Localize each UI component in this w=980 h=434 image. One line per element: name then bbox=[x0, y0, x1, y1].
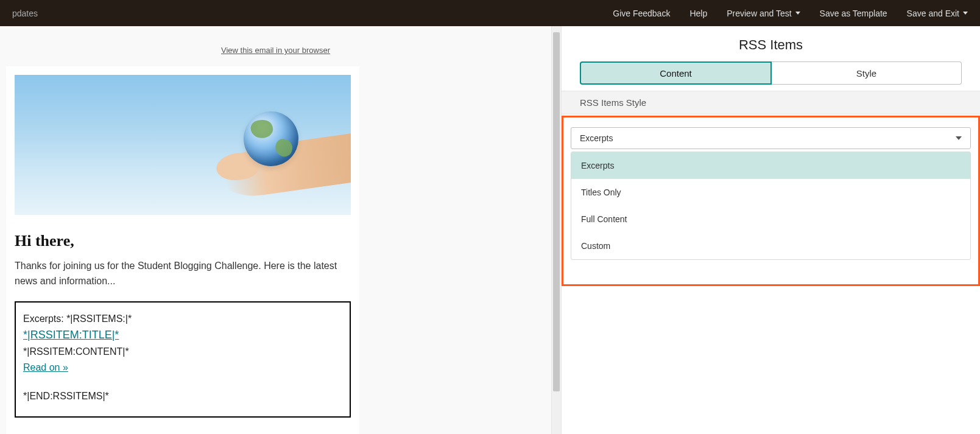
chevron-down-icon bbox=[795, 12, 800, 15]
topbar-right: Give Feedback Help Preview and Test Save… bbox=[613, 9, 968, 18]
scrollbar-thumb[interactable] bbox=[553, 32, 560, 391]
topbar: pdates Give Feedback Help Preview and Te… bbox=[0, 0, 980, 26]
rss-style-select[interactable]: Excerpts bbox=[571, 127, 971, 149]
chevron-down-icon bbox=[956, 136, 962, 140]
panel-title: RSS Items bbox=[562, 26, 980, 61]
help-link[interactable]: Help bbox=[689, 9, 707, 18]
help-label: Help bbox=[689, 9, 707, 18]
hero-image[interactable] bbox=[15, 75, 351, 215]
save-template-button[interactable]: Save as Template bbox=[820, 9, 887, 18]
highlight-annotation: Excerpts Excerpts Titles Only Full Conte… bbox=[562, 116, 980, 286]
preview-test-menu[interactable]: Preview and Test bbox=[727, 9, 800, 18]
section-rss-items-style: RSS Items Style bbox=[562, 91, 980, 114]
panel-tabs: Content Style bbox=[562, 61, 980, 85]
save-template-label: Save as Template bbox=[820, 9, 887, 18]
option-full-content[interactable]: Full Content bbox=[571, 206, 970, 233]
give-feedback-label: Give Feedback bbox=[613, 9, 670, 18]
preview-test-label: Preview and Test bbox=[727, 9, 791, 18]
email-intro-text: Thanks for joining us for the Student Bl… bbox=[15, 259, 351, 289]
rss-excerpts-line: Excerpts: *|RSSITEMS:|* bbox=[23, 311, 342, 327]
main: View this email in your browser Hi there… bbox=[0, 26, 980, 434]
rss-item-content-merge: *|RSSITEM:CONTENT|* bbox=[23, 344, 342, 360]
save-exit-menu[interactable]: Save and Exit bbox=[907, 9, 968, 18]
rss-item-title-merge[interactable]: *|RSSITEM:TITLE|* bbox=[23, 329, 119, 341]
view-in-browser-link[interactable]: View this email in your browser bbox=[221, 46, 330, 55]
rss-read-on-link[interactable]: Read on » bbox=[23, 362, 68, 373]
rss-style-dropdown: Excerpts Titles Only Full Content Custom bbox=[571, 152, 971, 260]
email-canvas: View this email in your browser Hi there… bbox=[0, 26, 561, 434]
tab-style[interactable]: Style bbox=[772, 61, 962, 85]
rss-style-select-value: Excerpts bbox=[580, 133, 613, 143]
give-feedback-link[interactable]: Give Feedback bbox=[613, 9, 670, 18]
email-body: Hi there, Thanks for joining us for the … bbox=[6, 66, 359, 434]
option-custom[interactable]: Custom bbox=[571, 233, 970, 259]
email-canvas-inner: View this email in your browser Hi there… bbox=[0, 26, 551, 434]
vertical-scrollbar[interactable] bbox=[551, 26, 561, 434]
email-heading: Hi there, bbox=[15, 232, 351, 250]
view-in-browser-row: View this email in your browser bbox=[0, 26, 551, 66]
option-excerpts[interactable]: Excerpts bbox=[571, 152, 970, 179]
settings-panel: RSS Items Content Style RSS Items Style … bbox=[561, 26, 980, 434]
tab-content[interactable]: Content bbox=[580, 61, 772, 85]
chevron-down-icon bbox=[963, 12, 968, 15]
topbar-left-truncated: pdates bbox=[12, 9, 38, 18]
save-exit-label: Save and Exit bbox=[907, 9, 959, 18]
rss-items-block[interactable]: Excerpts: *|RSSITEMS:|* *|RSSITEM:TITLE|… bbox=[15, 301, 351, 418]
globe-shape bbox=[244, 111, 298, 166]
rss-end-merge: *|END:RSSITEMS|* bbox=[23, 388, 342, 404]
option-titles-only[interactable]: Titles Only bbox=[571, 179, 970, 206]
